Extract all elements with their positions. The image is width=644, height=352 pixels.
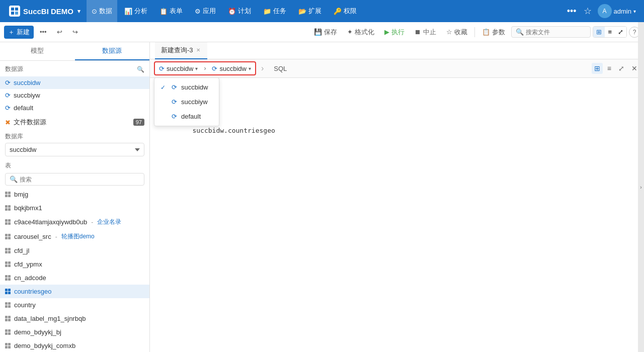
nav-item-analysis[interactable]: 📊 分析 [119,0,152,22]
collapse-handle[interactable]: › [638,42,644,352]
datasource-item-default[interactable]: ⟳ default [0,102,149,114]
toolbar-right: 💾 保存 ✦ 格式化 ▶ 执行 ⏹ 中止 ☆ 收藏 📋 参数 🔍 ⊞ [310,26,640,39]
sql-table-ref: succbidw.countriesgeo [189,127,275,134]
datasource-section-header: 数据源 🔍 [0,61,149,75]
list-view-btn[interactable]: ≡ [605,63,614,74]
stop-button[interactable]: ⏹ 中止 [411,26,440,39]
ds1-icon: ⟳ [159,65,165,72]
nav-item-task[interactable]: 📁 任务 [258,0,291,22]
check-icon: ✓ [160,84,168,91]
app-icon: ⚙ [195,8,201,15]
table-grid-icon [5,343,11,348]
app-logo[interactable]: SuccBI DEMO ▾ [5,6,85,17]
sql-line-1: SELECT * FROM succbidw.countriesgeo [157,84,637,147]
datasource-item-succbidw[interactable]: ⟳ succbidw [0,76,149,89]
user-chevron-icon: ▾ [633,9,636,14]
query-tabs-bar: 新建查询-3 ✕ [150,42,644,59]
table-item-cfd-jl[interactable]: cfd_jl [0,244,149,257]
ds-dropdown-icon-2: ⟳ [172,113,177,120]
table-item-data-label[interactable]: data_label_mg1_sjnrbqb [0,312,149,325]
nav-plan-label: 计划 [238,7,251,16]
search-datasource-icon[interactable]: 🔍 [137,66,144,73]
format-button[interactable]: ✦ 格式化 [343,26,378,39]
table-item-demo-bdyykj-comxb[interactable]: demo_bdyykj_comxb [0,339,149,352]
table-item-carousel-src[interactable]: carousel_src - 轮播图demo [0,229,149,244]
table-item-countriesgeo[interactable]: countriesgeo [0,285,149,298]
nav-item-table[interactable]: 📋 表单 [154,0,188,22]
query-toolbar-right: ⊞ ≡ ⤢ ✕ [592,63,640,74]
nav-star-button[interactable]: ☆ [584,6,592,17]
view-toggle: ⊞ ≡ ⤢ [593,26,627,38]
nav-data-label: 数据 [99,7,112,16]
user-menu[interactable]: A admin ▾ [595,4,639,18]
sql-editor[interactable]: SELECT * FROM succbidw.countriesgeo [150,78,644,352]
run-button[interactable]: ▶ 执行 [380,26,409,39]
collapse-arrow-icon: › [640,185,641,190]
dropdown-item-succbiyw[interactable]: ⟳ succbiyw [154,95,219,109]
nav-item-expand[interactable]: 📂 扩展 [293,0,327,22]
table-grid-icon [5,302,11,308]
expand-view-button[interactable]: ⤢ [615,27,626,37]
schema1-button[interactable]: ⟳ succbidw ▾ [155,64,202,73]
schema2-chevron-icon: ▾ [249,66,251,71]
file-datasource-row[interactable]: ✖ 文件数据源 97 [0,115,149,129]
grid-view-btn[interactable]: ⊞ [592,63,603,74]
search-icon: 🔍 [516,28,524,36]
table-item-demo-bdyykj-bj[interactable]: demo_bdyykj_bj [0,325,149,339]
nav-table-label: 表单 [170,7,183,16]
schema-selector: ⟳ succbidw ▾ › ⟳ succbidw ▾ [154,61,256,75]
dropdown-item-succbidw[interactable]: ✓ ⟳ succbidw [154,80,219,95]
tab-close-button[interactable]: ✕ [195,47,201,53]
user-avatar: A [598,4,612,18]
save-icon: 💾 [314,28,322,36]
table-list: bmjg bqkjbmx1 c9ace4tlamjaxqiywdb0ub [0,188,149,352]
undo-button[interactable]: ↩ [53,26,66,38]
datasource-list: ⟳ succbidw ⟳ succbiyw ⟳ default [0,75,149,115]
table-item-bqkjbmx1[interactable]: bqkjbmx1 [0,201,149,215]
app-chevron: ▾ [77,8,80,15]
fullscreen-btn[interactable]: ⤢ [616,63,627,74]
table-item-c9ace4[interactable]: c9ace4tlamjaxqiywdb0ub - 企业名录 [0,215,149,229]
tab-datasource[interactable]: 数据源 [75,42,150,60]
ds-icon-2: ⟳ [5,104,11,112]
table-item-country[interactable]: country [0,298,149,312]
redo-button[interactable]: ↪ [68,26,82,38]
nav-item-data[interactable]: ⊙ 数据 [87,0,117,22]
search-file-input[interactable] [526,29,586,36]
schema2-button[interactable]: ⟳ succbidw ▾ [208,64,255,73]
param-button[interactable]: 📋 参数 [478,26,509,39]
right-panel: 新建查询-3 ✕ ⟳ succbidw ▾ › ⟳ succbidw ▾ › [150,42,644,352]
query-tab-3[interactable]: 新建查询-3 ✕ [155,42,207,59]
redo-icon: ↪ [72,28,78,36]
main-area: 模型 数据源 数据源 🔍 ⟳ succbidw ⟳ succbiyw ⟳ def… [0,42,644,352]
table-item-cfd-ypmx[interactable]: cfd_ypmx [0,257,149,271]
list-view-button[interactable]: ≡ [605,27,615,37]
svg-rect-3 [15,12,18,15]
nav-item-perm[interactable]: 🔑 权限 [329,0,362,22]
format-icon: ✦ [347,28,353,36]
username-label: admin [614,8,631,15]
analysis-icon: 📊 [124,8,132,15]
grid-view-button[interactable]: ⊞ [593,27,605,37]
more-button[interactable]: ••• [36,26,51,38]
table-search-input[interactable] [20,176,140,183]
collect-button[interactable]: ☆ 收藏 [442,26,471,39]
nav-more-button[interactable]: ••• [563,6,581,17]
table-item-bmjg[interactable]: bmjg [0,188,149,201]
tab-model[interactable]: 模型 [0,42,75,60]
dropdown-item-default[interactable]: ⟳ default [154,109,219,124]
save-button[interactable]: 💾 保存 [310,26,341,39]
table-item-cn-adcode[interactable]: cn_adcode [0,271,149,285]
table-search-box: 🔍 [5,173,144,186]
nav-item-app[interactable]: ⚙ 应用 [190,0,221,22]
new-button[interactable]: ＋ 新建 [4,26,34,39]
nav-item-plan[interactable]: ⏰ 计划 [223,0,256,22]
nav-app-label: 应用 [203,7,216,16]
schema1-chevron-icon: ▾ [195,66,198,71]
datasource-item-succbiyw[interactable]: ⟳ succbiyw [0,89,149,102]
ds2-icon: ⟳ [212,65,217,72]
nav-expand-label: 扩展 [308,7,321,16]
undo-icon: ↩ [57,28,62,36]
database-select[interactable]: succbidw succbiyw default [5,143,144,156]
table-grid-icon [5,275,11,281]
